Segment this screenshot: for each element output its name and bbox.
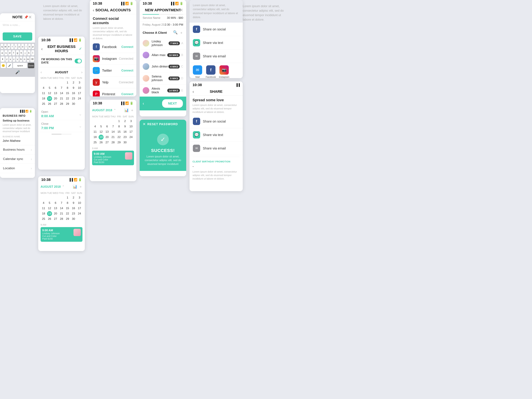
share-bottom-text-row[interactable]: 💬 Share via text	[190, 128, 243, 142]
kb-e[interactable]: e	[7, 44, 10, 49]
hours-toggle[interactable]	[75, 59, 82, 63]
cal-day-19[interactable]: 19	[47, 96, 52, 101]
kb-m[interactable]: m	[27, 57, 29, 62]
client-row-1[interactable]: Allan max 10 WKS B	[140, 49, 186, 61]
cal-day-20[interactable]: 20	[52, 96, 58, 101]
kb-emoji[interactable]: 🙂	[1, 63, 6, 68]
cal-day-2[interactable]: 2	[70, 80, 76, 85]
cal-day-24[interactable]: 24	[76, 96, 82, 101]
hours-close-chevron[interactable]: ⌄	[79, 124, 82, 128]
kb-shift[interactable]: ⬆	[1, 57, 5, 62]
cal-day-28[interactable]: 28	[58, 101, 64, 107]
cal-day-11[interactable]: 11	[41, 91, 47, 96]
cal2-add-icon[interactable]: ＋	[79, 184, 82, 189]
cal-day-10[interactable]: 10	[76, 85, 82, 91]
kb-y[interactable]: y	[18, 44, 21, 49]
kb-x[interactable]: x	[9, 57, 12, 62]
kb-r[interactable]: r	[11, 44, 14, 49]
kb-q[interactable]: q	[1, 44, 3, 49]
cal2-event-card[interactable]: 9:00 AM Lindsey Johnson Cut and Color Pa…	[41, 227, 82, 242]
client-row-2[interactable]: John dinker 4 WKS C	[140, 61, 186, 72]
note-save-button[interactable]: SAVE	[3, 32, 32, 41]
kb-z[interactable]: z	[6, 57, 8, 62]
kb-p[interactable]: p	[32, 44, 34, 49]
cal-day-3[interactable]: 3	[76, 80, 82, 85]
hours-cal-next[interactable]: ›	[81, 70, 82, 75]
cal3-add-icon[interactable]: ＋	[130, 108, 134, 113]
cal3-chart-icon[interactable]: 📊	[124, 108, 129, 112]
share-bottom-back-icon[interactable]: ‹	[192, 89, 194, 94]
reset-close-icon[interactable]: ✕	[143, 122, 146, 126]
cal-day-4[interactable]: 4	[41, 85, 47, 91]
cal-day-23[interactable]: 23	[70, 96, 76, 101]
kb-done[interactable]: Done	[28, 63, 34, 68]
cal-day-25[interactable]: 25	[41, 101, 47, 107]
hours-check-icon[interactable]: ✓	[79, 47, 82, 51]
kb-u[interactable]: u	[21, 44, 24, 49]
kb-i[interactable]: i	[25, 44, 27, 49]
cal3-chevron-up[interactable]: ⌃	[114, 108, 116, 112]
share-on-social-row[interactable]: f Share on social	[190, 23, 243, 36]
kb-v[interactable]: v	[16, 57, 19, 62]
cal-day-26[interactable]: 26	[47, 101, 52, 107]
note-pin-icon[interactable]: 📌	[24, 15, 28, 19]
appt-close-icon[interactable]: ✕	[180, 8, 183, 13]
cal-day-15[interactable]: 15	[64, 91, 70, 96]
kb-k[interactable]: k	[27, 50, 30, 56]
appt-search-icon[interactable]: 🔍	[173, 30, 177, 35]
cal-day-13[interactable]: 13	[52, 91, 58, 96]
facebook-connect-btn[interactable]: Connect	[121, 45, 133, 49]
social-back-icon[interactable]: ‹	[93, 8, 94, 13]
cal-day-12[interactable]: 12	[47, 91, 52, 96]
kb-j[interactable]: j	[24, 50, 27, 56]
kb-s[interactable]: s	[5, 50, 7, 56]
appt-footer-back-icon[interactable]: ‹	[143, 101, 144, 106]
cal3-event-card[interactable]: 9:00 AM Lindsey Johnson Cut and Color Pa…	[92, 151, 134, 165]
kb-w[interactable]: w	[4, 44, 7, 49]
kb-mic[interactable]: 🎤	[7, 63, 12, 68]
kb-l[interactable]: l	[31, 50, 34, 56]
cal2-chart-icon[interactable]: 📊	[73, 184, 77, 189]
kb-b[interactable]: b	[20, 57, 22, 62]
kb-t[interactable]: t	[14, 44, 17, 49]
cal-day-5[interactable]: 5	[47, 85, 52, 91]
kb-o[interactable]: o	[28, 44, 31, 49]
biz-cal-row[interactable]: Calendar sync ›	[0, 154, 35, 164]
appt-next-button[interactable]: NEXT	[162, 99, 183, 108]
cal-day-21[interactable]: 21	[58, 96, 64, 101]
cal-day-16[interactable]: 16	[70, 91, 76, 96]
cal-day-9[interactable]: 9	[70, 85, 76, 91]
hours-open-chevron[interactable]: ⌄	[79, 112, 82, 116]
client-row-3[interactable]: Selena johnson 5 WKS D	[140, 72, 186, 84]
twitter-connect-btn[interactable]: Connect	[121, 69, 133, 72]
cal-day-7[interactable]: 7	[58, 85, 64, 91]
kb-mic-bottom[interactable]: 🎤	[15, 70, 20, 75]
cal-day-18[interactable]: 18	[41, 96, 47, 101]
cal-day-17[interactable]: 17	[76, 91, 82, 96]
cal-day-22[interactable]: 22	[64, 96, 70, 101]
kb-a[interactable]: a	[1, 50, 4, 56]
kb-del[interactable]: ⌫	[30, 57, 34, 62]
biz-hours-row[interactable]: Business hours ›	[0, 145, 35, 154]
cal-day-6[interactable]: 6	[52, 85, 58, 91]
kb-d[interactable]: d	[8, 50, 11, 56]
cal-day-30[interactable]: 30	[70, 101, 76, 107]
cal2-chevron-up[interactable]: ⌃	[62, 185, 64, 189]
cal-day-1[interactable]: 1	[64, 80, 70, 85]
kb-f[interactable]: f	[12, 50, 15, 56]
share-bottom-email-row[interactable]: ✉ Share via email	[190, 142, 243, 155]
client-row-0[interactable]: Lindey johnson 7 WKS A	[140, 37, 186, 49]
hours-back-icon[interactable]: ‹	[41, 46, 43, 51]
share-bottom-social-row[interactable]: f Share on social	[190, 115, 243, 128]
share-via-email-row[interactable]: ✉ Share via email	[190, 50, 243, 63]
cal-day-27[interactable]: 27	[52, 101, 58, 107]
client-row-4[interactable]: Alexis black 14 WKS E	[140, 84, 186, 97]
kb-c[interactable]: c	[13, 57, 15, 62]
cal-day-29[interactable]: 29	[64, 101, 70, 107]
app-facebook[interactable]: f Facebook	[205, 65, 216, 78]
cal-day-14[interactable]: 14	[58, 91, 64, 96]
pinterest-connect-btn[interactable]: Connect	[121, 92, 133, 96]
share-via-text-row[interactable]: 💬 Share via text	[190, 36, 243, 50]
kb-space[interactable]: space	[13, 63, 27, 68]
kb-h[interactable]: h	[20, 50, 23, 56]
